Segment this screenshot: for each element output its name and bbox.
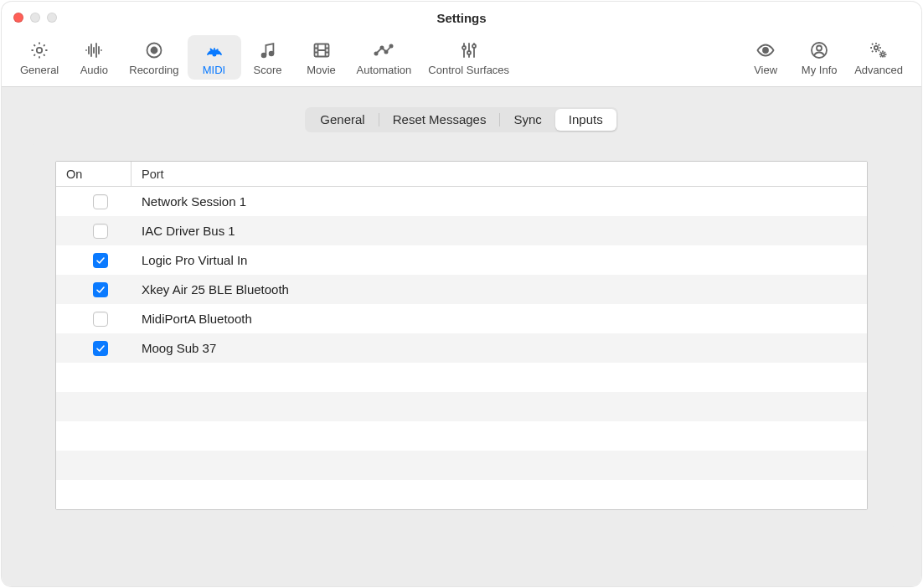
table-body: Network Session 1IAC Driver Bus 1Logic P… [56,187,867,509]
toolbar-movie[interactable]: Movie [295,35,348,80]
cell-on [56,341,131,356]
table-row-empty [56,451,867,480]
toolbar-label: Movie [307,64,336,76]
sliders-icon [456,40,482,60]
toolbar-automation[interactable]: Automation [348,35,420,80]
cell-port: Xkey Air 25 BLE Bluetooth [131,282,867,297]
toolbar-advanced[interactable]: Advanced [846,35,911,80]
checkbox[interactable] [93,194,108,209]
toolbar-score[interactable]: Score [241,35,295,80]
table-row[interactable]: Xkey Air 25 BLE Bluetooth [56,275,867,304]
toolbar-label: General [20,64,59,76]
subtab-inputs[interactable]: Inputs [555,109,616,131]
toolbar-label: Automation [357,64,412,76]
waveform-icon [81,40,106,60]
subtab-general[interactable]: General [307,109,378,131]
cell-on [56,282,131,297]
table-row[interactable]: MidiPortA Bluetooth [56,304,867,333]
cell-on [56,312,131,327]
table-row[interactable]: IAC Driver Bus 1 [56,216,867,245]
column-header-port[interactable]: Port [131,168,867,181]
toolbar-label: Score [254,64,282,76]
automation-icon [371,40,396,60]
midi-subtabs: GeneralReset MessagesSyncInputs [305,107,617,132]
eye-icon [753,40,778,60]
table-row[interactable]: Network Session 1 [56,187,867,216]
table-row[interactable]: Logic Pro Virtual In [56,245,867,275]
table-header: On Port [56,162,867,187]
svg-point-11 [462,46,466,49]
inputs-panel: On Port Network Session 1IAC Driver Bus … [28,144,895,530]
toolbar-label: Advanced [854,64,903,76]
zoom-button[interactable] [47,13,57,23]
table-row-empty [56,421,867,451]
gears-icon [866,40,891,60]
subtab-reset-messages[interactable]: Reset Messages [379,109,500,131]
gauge-icon [202,40,227,60]
minimize-button[interactable] [30,13,40,23]
toolbar-label: Audio [80,64,108,76]
cell-port: Network Session 1 [131,194,867,209]
close-button[interactable] [13,13,23,23]
toolbar-audio[interactable]: Audio [67,35,121,80]
svg-point-7 [375,52,378,54]
toolbar-view[interactable]: View [739,35,792,80]
svg-point-2 [151,48,157,54]
user-icon [807,40,832,60]
cell-port: MidiPortA Bluetooth [131,312,867,326]
table-row[interactable]: Moog Sub 37 [56,333,867,363]
checkbox[interactable] [93,341,108,356]
table-row-empty [56,480,867,509]
toolbar-midi[interactable]: MIDI [188,35,241,80]
toolbar-label: My Info [802,64,838,76]
toolbar-recording[interactable]: Recording [121,35,187,80]
svg-point-10 [390,44,393,47]
checkbox[interactable] [93,224,108,239]
gear-icon [27,40,52,60]
svg-point-16 [817,46,822,51]
window-title: Settings [2,11,921,25]
settings-window: Settings GeneralAudioRecordingMIDIScoreM… [2,2,921,586]
svg-point-18 [881,53,884,56]
svg-point-0 [37,48,42,53]
svg-point-8 [381,46,384,49]
svg-point-14 [763,48,768,53]
record-icon [142,40,167,60]
notes-icon [255,40,281,60]
toolbar-label: View [754,64,777,76]
film-icon [309,40,334,60]
cell-port: Logic Pro Virtual In [131,253,867,267]
cell-port: IAC Driver Bus 1 [131,224,867,238]
toolbar-label: MIDI [203,64,225,76]
cell-on [56,194,131,209]
toolbar-general[interactable]: General [12,35,67,80]
svg-point-17 [874,46,878,49]
cell-on [56,253,131,268]
titlebar: Settings [2,2,921,34]
cell-port: Moog Sub 37 [131,341,867,355]
toolbar-ctrlsurf[interactable]: Control Surfaces [420,35,518,80]
checkbox[interactable] [93,312,108,327]
svg-point-9 [385,50,388,53]
toolbar-label: Control Surfaces [428,64,509,76]
content-area: GeneralReset MessagesSyncInputs On Port … [2,87,921,586]
svg-point-12 [467,51,471,54]
table-row-empty [56,363,867,392]
svg-point-13 [472,44,476,48]
table-row-empty [56,392,867,421]
checkbox[interactable] [93,282,108,297]
subtab-sync[interactable]: Sync [500,109,554,131]
checkbox[interactable] [93,253,108,268]
toolbar-myinfo[interactable]: My Info [792,35,846,80]
preferences-toolbar: GeneralAudioRecordingMIDIScoreMovieAutom… [2,34,921,87]
window-controls [13,13,57,23]
toolbar-label: Recording [129,64,178,76]
cell-on [56,224,131,239]
inputs-table: On Port Network Session 1IAC Driver Bus … [55,161,868,510]
column-header-on[interactable]: On [56,162,131,186]
